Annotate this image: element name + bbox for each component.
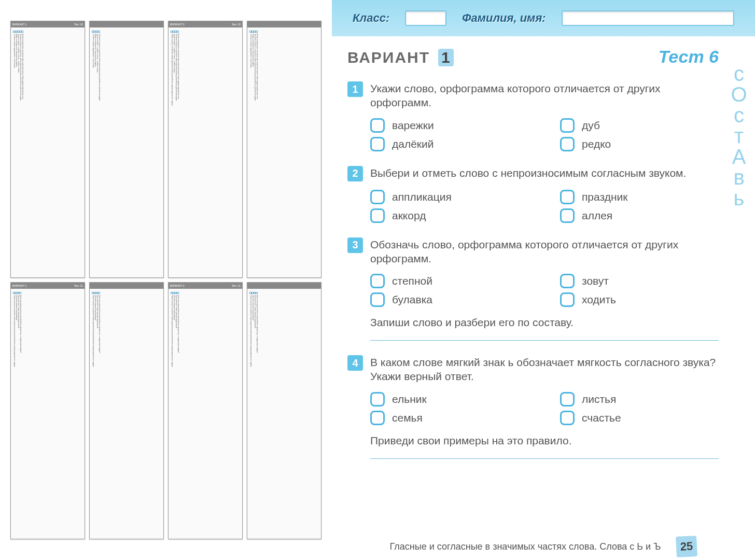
answer-option[interactable]: праздник: [560, 190, 719, 204]
question-number-badge: 3: [347, 237, 363, 253]
answer-option[interactable]: аппликация: [370, 190, 529, 204]
thumbnail-page: ВАРИАНТ 2Тест 11 Какое имя существительн…: [168, 282, 243, 539]
checkbox-icon[interactable]: [560, 274, 575, 288]
sub-instruction: Запиши слово и разбери его по составу.: [370, 316, 719, 329]
question-text: Обозначь слово, орфограмма которого отли…: [370, 237, 719, 266]
class-input[interactable]: [405, 10, 446, 26]
checkbox-icon[interactable]: [560, 411, 575, 425]
variant-number-badge: 1: [438, 49, 454, 66]
checkbox-icon[interactable]: [370, 137, 385, 151]
checkbox-icon[interactable]: [560, 392, 575, 407]
thumbnail-page: Обозначь строчку, в которой все имена су…: [89, 21, 164, 278]
question-text: В каком слове мягкий знак ь обозначает м…: [370, 355, 719, 384]
checkbox-icon[interactable]: [560, 292, 575, 307]
checkbox-icon[interactable]: [370, 411, 385, 425]
checkbox-icon[interactable]: [370, 292, 385, 307]
thumbnail-page: ВАРИАНТ 2Тест 10 Вставь пропущенные окон…: [168, 21, 243, 278]
thumbnail-page: Какое имя существительное употреблено в …: [247, 282, 321, 539]
footer: Гласные и согласные в значимых частях сл…: [332, 533, 755, 560]
thumbnail-page: ВАРИАНТ 1Тест 10 Вставь пропущенные окон…: [10, 21, 85, 278]
write-line[interactable]: [370, 458, 719, 459]
answer-option[interactable]: ельник: [370, 392, 529, 407]
answer-option[interactable]: аккорд: [370, 208, 529, 223]
question-2: 2 Выбери и отметь слово с непроизносимым…: [347, 166, 719, 223]
checkbox-icon[interactable]: [370, 392, 385, 407]
checkbox-icon[interactable]: [370, 190, 385, 204]
thumbnail-grid: ВАРИАНТ 1Тест 10 Вставь пропущенные окон…: [0, 0, 332, 560]
answer-option[interactable]: семья: [370, 411, 529, 425]
answer-option[interactable]: дуб: [560, 118, 719, 133]
checkbox-icon[interactable]: [370, 274, 385, 288]
checkbox-icon[interactable]: [370, 118, 385, 133]
thumbnail-page: Вставь пропущенные окончания имён сущест…: [247, 21, 321, 278]
checkbox-icon[interactable]: [560, 208, 575, 223]
name-label: Фамилия, имя:: [462, 11, 546, 25]
question-number-badge: 1: [347, 81, 363, 97]
thumbnail-page: Какое имя существительное употреблено в …: [89, 282, 164, 539]
checkbox-icon[interactable]: [560, 190, 575, 204]
answer-option[interactable]: листья: [560, 392, 719, 407]
answer-option[interactable]: редко: [560, 137, 719, 151]
page-number-badge: 25: [676, 536, 697, 557]
answer-option[interactable]: ходить: [560, 292, 719, 307]
checkbox-icon[interactable]: [370, 208, 385, 223]
checkbox-icon[interactable]: [560, 137, 575, 151]
sub-instruction: Приведи свои примеры на это правило.: [370, 435, 719, 447]
answer-option[interactable]: зовут: [560, 274, 719, 288]
footer-topic: Гласные и согласные в значимых частях сл…: [390, 541, 661, 552]
class-label: Класс:: [353, 11, 389, 25]
question-1: 1 Укажи слово, орфограмма которого отлич…: [347, 81, 719, 151]
name-input[interactable]: [562, 10, 734, 26]
header-band: Класс: Фамилия, имя:: [332, 0, 755, 36]
test-label: Тест 6: [659, 47, 719, 67]
question-4: 4 В каком слове мягкий знак ь обозначает…: [347, 355, 719, 459]
variant-title: ВАРИАНТ 1: [347, 49, 454, 66]
worksheet-page: Класс: Фамилия, имя: ВАРИАНТ 1 Тест 6 1 …: [332, 0, 755, 560]
answer-option[interactable]: счастье: [560, 411, 719, 425]
question-text: Выбери и отметь слово с непроизносимым с…: [370, 166, 686, 180]
answer-option[interactable]: далёкий: [370, 137, 529, 151]
margin-doodle: сОстАвь: [727, 62, 751, 529]
question-number-badge: 4: [347, 355, 363, 371]
question-number-badge: 2: [347, 166, 363, 181]
answer-option[interactable]: булавка: [370, 292, 529, 307]
checkbox-icon[interactable]: [560, 118, 575, 133]
write-line[interactable]: [370, 340, 719, 341]
answer-option[interactable]: аллея: [560, 208, 719, 223]
question-3: 3 Обозначь слово, орфограмма которого от…: [347, 237, 719, 341]
answer-option[interactable]: степной: [370, 274, 529, 288]
answer-option[interactable]: варежки: [370, 118, 529, 133]
thumbnail-page: ВАРИАНТ 1Тест 11 Какое имя существительн…: [10, 282, 85, 539]
question-text: Укажи слово, орфограмма которого отличае…: [370, 81, 719, 110]
